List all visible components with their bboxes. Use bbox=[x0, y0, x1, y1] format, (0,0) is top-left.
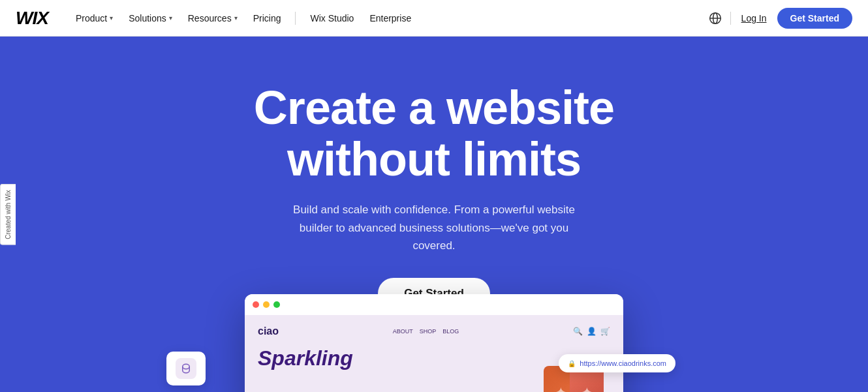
browser-dot-green bbox=[273, 301, 280, 308]
ciao-logo: ciao bbox=[258, 325, 279, 337]
browser-mockup: ciao ABOUT SHOP BLOG 🔍 👤 🛒 Sparkling bbox=[245, 294, 623, 392]
hero-subtitle: Build and scale with confidence. From a … bbox=[284, 201, 584, 254]
user-icon: 👤 bbox=[587, 327, 597, 336]
url-text: https://www.ciaodrinks.com bbox=[580, 359, 666, 367]
chevron-down-icon: ▾ bbox=[110, 14, 113, 22]
login-link[interactable]: Log In bbox=[739, 9, 769, 27]
ciao-nav-icons: 🔍 👤 🛒 bbox=[573, 327, 610, 336]
get-started-button-nav[interactable]: Get Started bbox=[777, 8, 852, 29]
lock-icon: 🔒 bbox=[568, 360, 576, 367]
hero-section: Create a website without limits Build an… bbox=[0, 37, 868, 392]
hero-title: Create a website without limits bbox=[254, 82, 614, 185]
logo[interactable]: WIX bbox=[16, 8, 48, 29]
svg-point-3 bbox=[183, 364, 190, 369]
browser-dot-yellow bbox=[263, 301, 270, 308]
created-with-wix-badge[interactable]: Created with Wix bbox=[0, 184, 16, 245]
url-pill: 🔒 https://www.ciaodrinks.com bbox=[559, 354, 675, 372]
browser-bar bbox=[245, 294, 623, 315]
nav-item-product[interactable]: Product ▾ bbox=[69, 9, 119, 27]
chevron-down-icon: ▾ bbox=[234, 14, 238, 22]
can-star-icon: ✦ bbox=[555, 384, 566, 392]
chevron-down-icon: ▾ bbox=[169, 14, 172, 22]
browser-content: ciao ABOUT SHOP BLOG 🔍 👤 🛒 Sparkling bbox=[245, 315, 623, 392]
can-star-icon-2: ✦ bbox=[581, 384, 593, 392]
nav-item-resources[interactable]: Resources ▾ bbox=[181, 9, 244, 27]
nav-right: Log In Get Started bbox=[708, 8, 852, 29]
main-nav: WIX Product ▾ Solutions ▾ Resources ▾ Pr… bbox=[0, 0, 868, 37]
browser-dot-red bbox=[253, 301, 259, 308]
nav-item-solutions[interactable]: Solutions ▾ bbox=[122, 9, 179, 27]
cart-icon: 🛒 bbox=[600, 327, 610, 336]
nav-links: Product ▾ Solutions ▾ Resources ▾ Pricin… bbox=[69, 9, 708, 27]
ciao-nav-links: ABOUT SHOP BLOG bbox=[393, 328, 459, 335]
floating-card bbox=[166, 352, 206, 385]
search-icon: 🔍 bbox=[573, 327, 583, 336]
nav-vertical-divider bbox=[730, 12, 731, 25]
browser-window: ciao ABOUT SHOP BLOG 🔍 👤 🛒 Sparkling bbox=[245, 294, 623, 392]
globe-icon[interactable] bbox=[708, 11, 722, 25]
nav-item-enterprise[interactable]: Enterprise bbox=[363, 9, 418, 27]
nav-divider bbox=[295, 12, 296, 25]
card-icon bbox=[176, 358, 196, 379]
nav-item-pricing[interactable]: Pricing bbox=[247, 9, 288, 27]
nav-item-wix-studio[interactable]: Wix Studio bbox=[303, 9, 360, 27]
ciao-nav: ciao ABOUT SHOP BLOG 🔍 👤 🛒 bbox=[258, 325, 610, 337]
